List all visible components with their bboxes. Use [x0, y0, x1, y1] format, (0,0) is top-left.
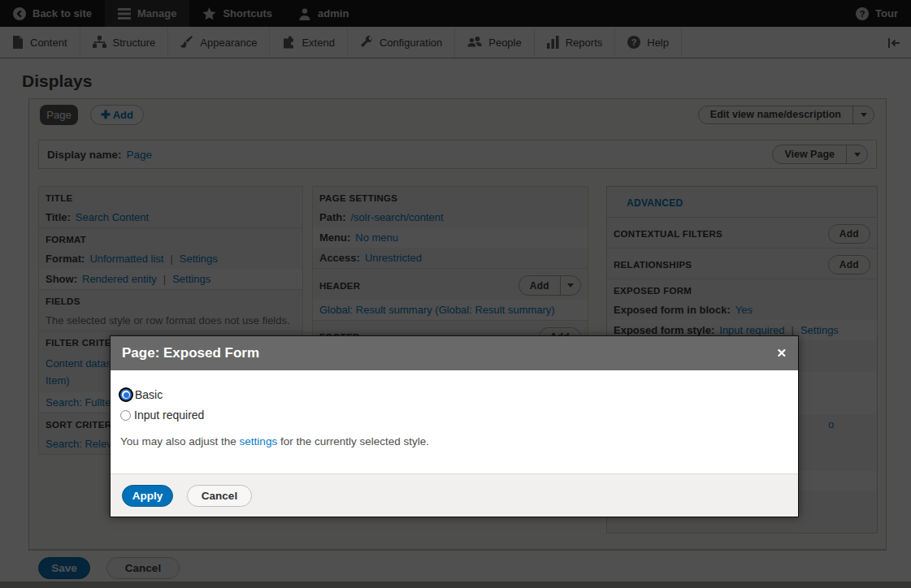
modal-body: Basic Input required You may also adjust… [111, 370, 798, 447]
radio-basic-label[interactable]: Basic [135, 388, 163, 401]
modal-header[interactable]: Page: Exposed Form ✕ [111, 336, 798, 370]
radio-basic-input[interactable] [120, 389, 132, 400]
modal-title: Page: Exposed Form [122, 345, 776, 361]
radio-option-basic[interactable]: Basic [120, 388, 788, 401]
modal-note: You may also adjust the settings for the… [120, 435, 788, 447]
modal-footer: Apply Cancel [111, 473, 798, 517]
apply-button[interactable]: Apply [122, 485, 173, 507]
modal-cancel-button[interactable]: Cancel [187, 485, 252, 507]
radio-input-required-label[interactable]: Input required [134, 409, 204, 422]
radio-option-input-required[interactable]: Input required [120, 409, 788, 422]
settings-link[interactable]: settings [240, 435, 278, 447]
radio-input-required-input[interactable] [120, 410, 131, 421]
modal-note-text: You may also adjust the [120, 435, 240, 447]
modal-note-text: for the currently selected style. [277, 435, 429, 447]
close-icon[interactable]: ✕ [776, 346, 787, 361]
modal-exposed-form: Page: Exposed Form ✕ Basic Input require… [110, 335, 799, 517]
